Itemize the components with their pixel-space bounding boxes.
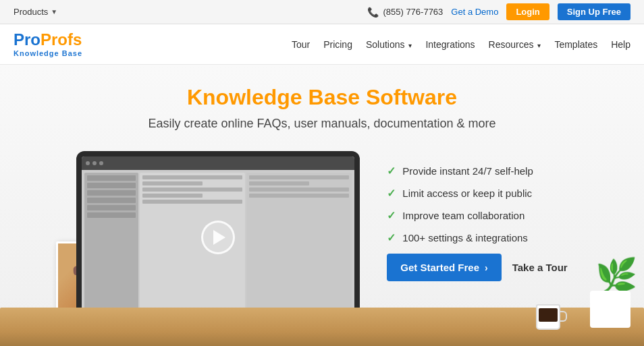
sidebar-item-2	[87, 183, 136, 188]
plant-container: 🌿	[563, 213, 644, 346]
arrow-icon: ›	[485, 262, 488, 273]
get-demo-link[interactable]: Get a Demo	[451, 7, 498, 17]
login-button[interactable]: Login	[506, 3, 549, 20]
feature-4: ✓ 100+ settings & integrations	[387, 231, 567, 244]
products-caret: ▼	[51, 8, 57, 16]
phone-icon: 📞	[367, 7, 379, 18]
panel-line-3	[249, 188, 349, 192]
panel-line-4	[249, 194, 349, 198]
screen-dot-2	[92, 161, 97, 165]
logo-text: ProProfs	[14, 31, 82, 49]
nav-help[interactable]: Help	[611, 39, 630, 50]
nav-resources[interactable]: Resources ▾	[489, 39, 541, 50]
nav-links: Tour Pricing Solutions ▾ Integrations Re…	[292, 39, 630, 50]
top-bar-right: 📞 (855) 776-7763 Get a Demo Login Sign U…	[367, 3, 630, 20]
mug-body	[536, 304, 560, 330]
cta-row: Get Started Free › Take a Tour	[387, 254, 567, 281]
plant-leaves-icon: 🌿	[595, 259, 637, 293]
laptop-screen-outer	[76, 151, 360, 318]
hero-section: Knowledge Base Software Easily create on…	[0, 65, 644, 346]
get-started-button[interactable]: Get Started Free ›	[387, 254, 501, 281]
sidebar-item-3	[87, 190, 136, 196]
sidebar-item-1	[87, 175, 136, 181]
check-icon-2: ✓	[387, 187, 396, 200]
signup-button[interactable]: Sign Up Free	[558, 3, 630, 20]
logo[interactable]: ProProfs Knowledge Base	[14, 31, 82, 57]
sidebar-item-6	[87, 212, 136, 218]
products-menu[interactable]: Products ▼	[14, 7, 57, 17]
plant-pot	[590, 291, 630, 328]
sidebar-item-4	[87, 198, 136, 203]
features-panel: ✓ Provide instant 24/7 self-help ✓ Limit…	[387, 151, 567, 281]
coffee-mug	[536, 304, 563, 335]
logo-subtitle: Knowledge Base	[14, 49, 82, 57]
screen-line-1	[142, 175, 242, 179]
screen-line-2	[142, 181, 203, 185]
products-label: Products	[14, 7, 48, 17]
feature-label-3: Improve team collaboration	[402, 210, 525, 221]
screen-header	[82, 156, 354, 170]
get-started-label: Get Started Free	[400, 262, 479, 273]
check-icon-4: ✓	[387, 231, 396, 244]
feature-3: ✓ Improve team collaboration	[387, 209, 567, 222]
hero-subtitle: Easily create online FAQs, user manuals,…	[27, 117, 617, 131]
hero-title: Knowledge Base Software	[27, 85, 617, 110]
logo-pro: Pro	[14, 30, 41, 49]
play-button[interactable]	[201, 221, 235, 254]
panel-line-2	[249, 181, 309, 185]
play-triangle-icon	[213, 230, 225, 245]
mug-coffee	[539, 308, 558, 322]
logo-profs: Profs	[41, 30, 82, 49]
phone-area: 📞 (855) 776-7763	[367, 7, 443, 18]
nav-bar: ProProfs Knowledge Base Tour Pricing Sol…	[0, 24, 644, 65]
phone-number: (855) 776-7763	[383, 7, 443, 17]
feature-1: ✓ Provide instant 24/7 self-help	[387, 165, 567, 177]
nav-solutions[interactable]: Solutions ▾	[366, 39, 412, 50]
feature-label-4: 100+ settings & integrations	[402, 232, 528, 243]
laptop-screen	[82, 156, 354, 318]
feature-2: ✓ Limit access or keep it public	[387, 187, 567, 200]
screen-panel	[246, 173, 352, 316]
screen-line-5	[142, 200, 242, 204]
mug-handle	[560, 311, 567, 322]
top-bar: Products ▼ 📞 (855) 776-7763 Get a Demo L…	[0, 0, 644, 24]
feature-label-1: Provide instant 24/7 self-help	[402, 165, 533, 177]
screen-dot-3	[99, 161, 103, 165]
panel-line-1	[249, 175, 349, 179]
screen-line-3	[142, 188, 242, 192]
sidebar-item-5	[87, 205, 136, 210]
screen-dot-1	[86, 161, 90, 165]
take-tour-link[interactable]: Take a Tour	[512, 262, 568, 273]
nav-templates[interactable]: Templates	[554, 39, 597, 50]
nav-pricing[interactable]: Pricing	[323, 39, 352, 50]
screen-sidebar	[84, 173, 138, 316]
nav-tour[interactable]: Tour	[292, 39, 310, 50]
screen-line-4	[142, 194, 203, 198]
feature-label-2: Limit access or keep it public	[402, 188, 532, 199]
check-icon-3: ✓	[387, 209, 396, 222]
nav-integrations[interactable]: Integrations	[425, 39, 475, 50]
check-icon-1: ✓	[387, 165, 396, 177]
